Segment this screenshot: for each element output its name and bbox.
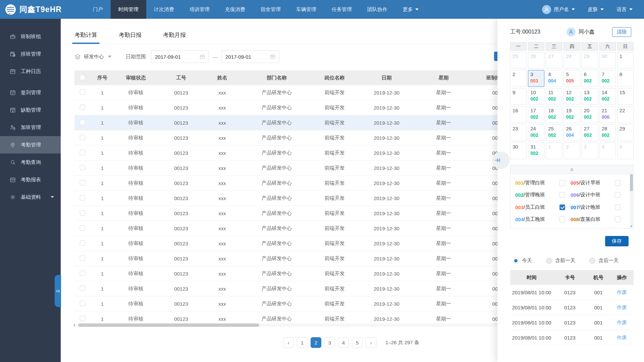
table-row[interactable]: 1待审核00123xxx产品研发中心前端开发2019-12-30星期一001 [74, 130, 497, 145]
table-row[interactable]: 1待审核00123xxx产品研发中心前端开发2019-12-30星期一001 [74, 161, 497, 176]
calendar-day-cell[interactable]: 13002 [582, 88, 598, 105]
pagination-prev-button[interactable]: ‹ [283, 337, 294, 348]
calendar-day-cell[interactable]: 22 [617, 106, 634, 123]
shift-checkbox[interactable] [559, 217, 565, 222]
calendar-day-cell[interactable]: 24002 [528, 124, 544, 141]
collapse-shift-panel-button[interactable] [511, 165, 633, 174]
nav-item-团队协作[interactable]: 团队协作 [360, 0, 395, 19]
void-link[interactable]: 作废 [610, 304, 634, 311]
sidebar-item-缺勤管理[interactable]: 缺勤管理 [0, 101, 61, 119]
skin-menu[interactable]: 皮肤 [588, 6, 604, 13]
save-button[interactable]: 保存 [605, 236, 629, 246]
shift-checkbox[interactable] [615, 180, 621, 186]
row-checkbox[interactable] [80, 270, 85, 276]
sidebar-item-签到管理[interactable]: 签到管理 [0, 84, 61, 101]
table-row[interactable]: 1待审核00123xxx产品研发中心前端开发2019-12-30星期一001 [74, 236, 497, 251]
sidebar-item-班制班组[interactable]: 班制班组 [0, 28, 61, 45]
row-checkbox[interactable] [80, 301, 85, 306]
row-checkbox[interactable] [80, 240, 85, 246]
pagination-page-3[interactable]: 3 [324, 337, 335, 348]
calendar-day-cell[interactable]: 25002 [546, 124, 562, 141]
calendar-day-cell[interactable]: 7002 [599, 70, 616, 87]
sidebar-item-考勤管理[interactable]: 考勤管理 [0, 136, 61, 154]
calendar-day-cell[interactable]: 16 [510, 106, 527, 123]
row-checkbox[interactable] [80, 135, 85, 140]
void-link[interactable]: 作废 [610, 289, 634, 296]
table-row[interactable]: 1待审核00123xxx产品研发中心前端开发2019-12-30星期一001 [74, 176, 497, 191]
calendar-day-cell[interactable]: 9 [510, 88, 527, 105]
calendar-day-cell[interactable]: 8 [617, 70, 634, 87]
sidebar-item-考勤查询[interactable]: 考勤查询 [0, 154, 61, 171]
nav-item-培训管理[interactable]: 培训管理 [182, 0, 217, 19]
calendar-day-cell[interactable]: 18002 [546, 106, 562, 123]
table-row[interactable]: 1待审核00123xxx产品研发中心前端开发2019-12-30星期一001 [74, 100, 497, 115]
calendar-day-cell[interactable]: 3003 [528, 70, 544, 87]
sidebar-item-工种日历[interactable]: 工种日历 [0, 63, 61, 80]
calendar-day-cell[interactable]: 14002 [599, 88, 616, 105]
calendar-day-cell[interactable]: 17002 [528, 106, 544, 123]
shift-checkbox[interactable] [615, 192, 621, 198]
pagination-next-button[interactable]: › [366, 337, 376, 348]
department-select[interactable]: 研发中心 [74, 54, 111, 60]
calendar-day-cell[interactable]: 1 [546, 142, 562, 159]
row-checkbox[interactable] [80, 89, 85, 95]
table-row[interactable]: 1待审核00123xxx产品研发中心前端开发2019-12-30星期一001 [74, 266, 497, 281]
calendar-day-cell[interactable]: 26 [528, 52, 544, 69]
pagination-page-2[interactable]: 2 [311, 337, 321, 348]
calendar-day-cell[interactable]: 6002 [582, 70, 598, 87]
calendar-day-cell[interactable]: 4 [599, 142, 616, 159]
calendar-day-cell[interactable]: 29 [617, 124, 634, 141]
row-checkbox[interactable] [80, 165, 85, 170]
scrollbar-track[interactable] [76, 323, 497, 327]
tab-考勤月报[interactable]: 考勤月报 [163, 31, 186, 44]
calendar-day-cell[interactable]: 5005 [564, 70, 580, 87]
calendar-day-cell[interactable]: 5 [617, 142, 634, 159]
sidebar-item-基础资料[interactable]: 基础资料 [0, 188, 61, 206]
pagination-page-4[interactable]: 4 [338, 337, 349, 348]
scrollbar-thumb[interactable] [78, 323, 259, 327]
scroll-down-icon[interactable] [630, 226, 632, 227]
row-checkbox[interactable] [80, 120, 85, 125]
calendar-day-cell[interactable]: 28 [564, 52, 580, 69]
search-button-partially-hidden[interactable] [494, 52, 497, 61]
drawer-collapse-button[interactable] [492, 152, 510, 169]
calendar-day-cell[interactable]: 12002 [564, 88, 580, 105]
row-checkbox[interactable] [80, 286, 85, 291]
table-row[interactable]: 1待审核00123xxx产品研发中心前端开发2019-12-30星期一001 [74, 191, 497, 206]
row-checkbox[interactable] [80, 195, 85, 200]
calendar-day-cell[interactable]: 4004 [546, 70, 562, 87]
language-menu[interactable]: 语言 [616, 6, 633, 13]
nav-item-充值消费[interactable]: 充值消费 [217, 0, 253, 19]
date-from-input[interactable]: 2017-09-01 [151, 50, 209, 63]
shift-checkbox[interactable] [559, 192, 565, 198]
shift-checkbox[interactable] [615, 217, 621, 222]
nav-item-任务管理[interactable]: 任务管理 [324, 0, 360, 19]
calendar-day-cell[interactable]: 21006 [599, 106, 616, 123]
row-checkbox[interactable] [80, 225, 85, 231]
nav-item-车辆管理[interactable]: 车辆管理 [288, 0, 324, 19]
scrollbar-thumb[interactable] [630, 174, 633, 191]
calendar-day-cell[interactable]: 29 [582, 52, 598, 69]
nav-item-更多[interactable]: 更多 [395, 0, 426, 19]
sidebar-collapse-handle[interactable] [55, 275, 61, 307]
calendar-day-cell[interactable]: 10002 [528, 88, 544, 105]
table-row[interactable]: 1待审核00123xxx产品研发中心前端开发2019-12-30星期一001 [74, 145, 497, 161]
radio-今天[interactable]: 今天 [513, 257, 532, 264]
shift-checkbox[interactable] [559, 204, 565, 210]
tab-考勤计算[interactable]: 考勤计算 [74, 31, 97, 44]
scroll-left-icon[interactable] [73, 323, 75, 327]
nav-item-时间管理[interactable]: 时间管理 [111, 0, 146, 19]
user-menu[interactable]: 用户名 [542, 5, 575, 14]
calendar-day-cell[interactable]: 19002 [564, 106, 580, 123]
calendar-day-cell[interactable]: 2 [510, 70, 527, 87]
calendar-day-cell[interactable]: 20002 [582, 106, 598, 123]
table-row[interactable]: 1待审核00123xxx产品研发中心前端开发2019-12-30星期一001 [74, 206, 497, 221]
select-all-checkbox[interactable] [80, 75, 85, 80]
calendar-day-cell[interactable]: 3 [582, 142, 598, 159]
calendar-day-cell[interactable]: 11002 [546, 88, 562, 105]
pagination-page-1[interactable]: 1 [297, 337, 308, 348]
table-row[interactable]: 1待审核00123xxx产品研发中心前端开发2019-12-30星期一001 [74, 115, 497, 130]
clear-button[interactable]: 清除 [612, 27, 631, 37]
table-row[interactable]: 1待审核00123xxx产品研发中心前端开发2019-12-30星期一001 [74, 251, 497, 266]
calendar-day-cell[interactable]: 26004 [564, 124, 580, 141]
